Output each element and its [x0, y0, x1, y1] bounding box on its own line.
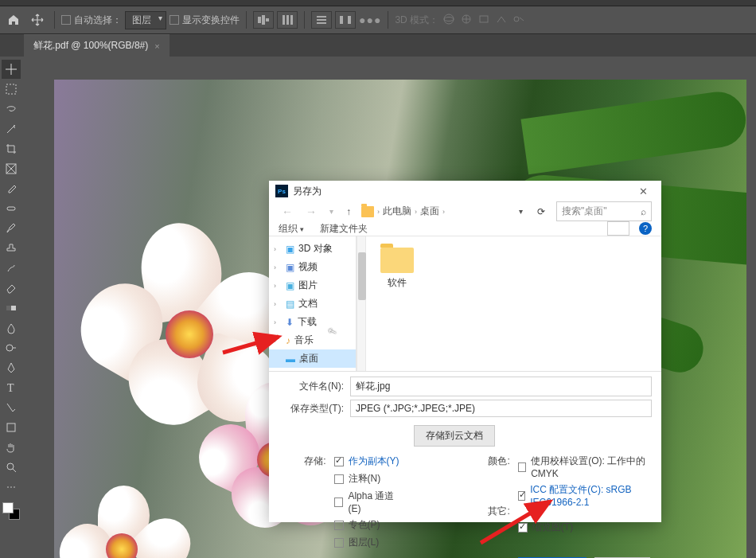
dialog-body: ›▣3D 对象 ›▣视频 ›▣图片 ›▤文档 ›⬇下载 ›♪音乐 ▬桌面 软件	[269, 236, 661, 372]
help-icon[interactable]: ?	[639, 222, 652, 235]
3d-icon-2[interactable]	[459, 13, 473, 28]
search-input[interactable]: 搜索"桌面" ⌕	[556, 201, 652, 221]
svg-rect-19	[7, 207, 15, 210]
tab-close[interactable]: ×	[154, 41, 159, 51]
svg-rect-2	[266, 18, 269, 21]
more-options[interactable]: ●●●	[359, 14, 381, 26]
icc-checkbox[interactable]: ICC 配置文件(C): sRGB IEC61966-2.1	[518, 483, 652, 508]
move-tool-icon[interactable]	[27, 10, 48, 30]
color-swatches[interactable]	[2, 502, 20, 520]
stamp-tool[interactable]	[2, 239, 21, 258]
svg-point-12	[444, 17, 454, 21]
folder-icon	[361, 206, 374, 217]
nav-up[interactable]: ↑	[343, 206, 354, 217]
tree-video[interactable]: ›▣视频	[269, 258, 356, 276]
alpha-checkbox[interactable]: Alpha 通道(E)	[334, 490, 407, 514]
nav-forward[interactable]: →	[302, 205, 320, 218]
close-icon[interactable]: ✕	[631, 181, 655, 201]
svg-rect-0	[258, 17, 261, 23]
type-tool[interactable]: T	[2, 378, 21, 397]
move-tool[interactable]	[2, 60, 21, 79]
tree-scrollbar[interactable]	[357, 236, 366, 371]
align-group-1[interactable]	[253, 11, 274, 29]
distribute-2[interactable]	[335, 11, 356, 29]
tree-downloads[interactable]: ›⬇下载	[269, 313, 356, 331]
thumbnail-checkbox[interactable]: 缩览图(T)	[518, 521, 652, 534]
gradient-tool[interactable]	[2, 299, 21, 318]
wand-tool[interactable]	[2, 119, 21, 139]
tree-pictures[interactable]: ›▣图片	[269, 276, 356, 295]
document-tab[interactable]: 鲜花.pdf @ 100%(RGB/8#) ×	[24, 34, 170, 57]
folder-label: 软件	[388, 276, 407, 290]
ps-icon: Ps	[275, 185, 288, 197]
tree-3dobjects[interactable]: ›▣3D 对象	[269, 240, 356, 258]
nav-back[interactable]: ←	[279, 205, 296, 218]
spot-checkbox[interactable]: 专色(P)	[334, 518, 407, 532]
search-icon: ⌕	[641, 206, 646, 217]
save-to-cloud-button[interactable]: 存储到云文档	[414, 425, 495, 447]
hand-tool[interactable]	[2, 438, 21, 457]
tools-panel: T ⋯	[0, 57, 22, 558]
heal-tool[interactable]	[2, 199, 21, 218]
view-mode-button[interactable]	[607, 221, 629, 236]
crumb-thispc[interactable]: 此电脑	[383, 205, 411, 218]
marquee-tool[interactable]	[2, 80, 21, 99]
brush-tool[interactable]	[2, 219, 21, 238]
dodge-tool[interactable]	[2, 338, 21, 357]
breadcrumb[interactable]: › 此电脑 › 桌面 ›	[360, 204, 509, 219]
3d-icon-3[interactable]	[477, 13, 491, 28]
blur-tool[interactable]	[2, 318, 21, 338]
folder-icon	[380, 248, 414, 273]
layers-checkbox[interactable]: 图层(L)	[334, 536, 407, 549]
auto-select-checkbox[interactable]: 自动选择：	[61, 14, 122, 27]
dialog-titlebar: Ps 另存为 ✕	[269, 181, 661, 201]
frame-tool[interactable]	[2, 159, 21, 178]
zoom-tool[interactable]	[2, 458, 21, 477]
path-dropdown[interactable]: ▾	[516, 207, 526, 216]
svg-rect-24	[7, 423, 15, 431]
options-bar: 自动选择： 图层 显示变换控件 ●●● 3D 模式：	[0, 6, 756, 34]
new-folder-button[interactable]: 新建文件夹	[320, 222, 368, 236]
edit-toolbar[interactable]: ⋯	[2, 478, 21, 497]
3d-icon-1[interactable]	[442, 13, 456, 28]
pen-tool[interactable]	[2, 358, 21, 377]
nav-bar: ← → ▾ ↑ › 此电脑 › 桌面 › ▾ ⟳ 搜索"桌面" ⌕	[269, 201, 661, 221]
svg-rect-3	[283, 15, 285, 25]
proof-checkbox[interactable]: 使用校样设置(O): 工作中的 CMYK	[518, 455, 652, 479]
layer-dropdown[interactable]: 图层	[125, 11, 166, 29]
nav-history[interactable]: ▾	[326, 207, 337, 216]
folder-item[interactable]: 软件	[374, 244, 420, 293]
home-button[interactable]	[3, 10, 24, 30]
refresh-icon[interactable]: ⟳	[532, 206, 550, 217]
dialog-options: 文件名(N): 鲜花.jpg 保存类型(T): JPEG (*.JPG;*.JP…	[269, 372, 661, 557]
shape-tool[interactable]	[2, 418, 21, 437]
lasso-tool[interactable]	[2, 100, 21, 119]
svg-rect-1	[262, 15, 265, 25]
3d-icon-4[interactable]	[494, 13, 509, 28]
show-transform-checkbox[interactable]: 显示变换控件	[170, 14, 240, 27]
save-as-dialog: Ps 另存为 ✕ ← → ▾ ↑ › 此电脑 › 桌面 › ▾ ⟳ 搜索"桌面"…	[269, 181, 661, 522]
tree-documents[interactable]: ›▤文档	[269, 295, 356, 313]
crop-tool[interactable]	[2, 139, 21, 158]
as-copy-checkbox[interactable]: 作为副本(Y)	[334, 455, 407, 468]
eyedropper-tool[interactable]	[2, 179, 21, 198]
svg-point-17	[14, 125, 15, 127]
svg-rect-8	[317, 22, 326, 24]
path-tool[interactable]	[2, 398, 21, 417]
3d-icon-5[interactable]	[512, 13, 526, 28]
history-brush-tool[interactable]	[2, 259, 21, 278]
filetype-select[interactable]: JPEG (*.JPG;*.JPEG;*.JPE)	[350, 400, 652, 417]
tree-desktop[interactable]: ▬桌面	[269, 349, 356, 368]
notes-checkbox[interactable]: 注释(N)	[334, 472, 407, 486]
svg-point-15	[514, 17, 519, 21]
distribute-1[interactable]	[311, 11, 332, 29]
tree-music[interactable]: ›♪音乐	[269, 331, 356, 349]
align-group-2[interactable]	[277, 11, 298, 29]
eraser-tool[interactable]	[2, 279, 21, 298]
filename-input[interactable]: 鲜花.jpg	[350, 377, 652, 396]
other-label: 其它:	[462, 505, 510, 518]
svg-point-25	[7, 463, 14, 470]
file-list[interactable]: 软件	[366, 236, 661, 371]
organize-button[interactable]: 组织 ▾	[279, 222, 304, 236]
crumb-desktop[interactable]: 桌面	[420, 205, 439, 218]
